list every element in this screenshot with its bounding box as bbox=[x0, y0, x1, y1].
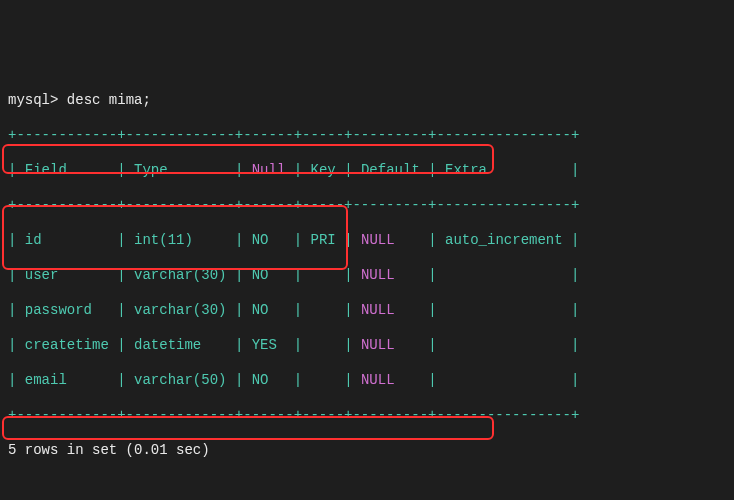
command-desc1: desc mima; bbox=[67, 92, 151, 108]
table-row: | email | varchar(50) | NO | | NULL | | bbox=[8, 372, 726, 390]
table-row: | createtime | datetime | YES | | NULL |… bbox=[8, 337, 726, 355]
table-separator: +------------+-------------+------+-----… bbox=[8, 127, 726, 145]
prompt: mysql> bbox=[8, 92, 58, 108]
table-header-row: | Field | Type | Null | Key | Default | … bbox=[8, 162, 726, 180]
table-row: | password | varchar(30) | NO | | NULL |… bbox=[8, 302, 726, 320]
table-row: | user | varchar(30) | NO | | NULL | | bbox=[8, 267, 726, 285]
summary-text: 5 rows in set (0.01 sec) bbox=[8, 442, 726, 460]
terminal-output: mysql> desc mima; +------------+--------… bbox=[8, 74, 726, 500]
table-separator: +------------+-------------+------+-----… bbox=[8, 197, 726, 215]
table-row: | id | int(11) | NO | PRI | NULL | auto_… bbox=[8, 232, 726, 250]
table-separator: +------------+-------------+------+-----… bbox=[8, 407, 726, 425]
